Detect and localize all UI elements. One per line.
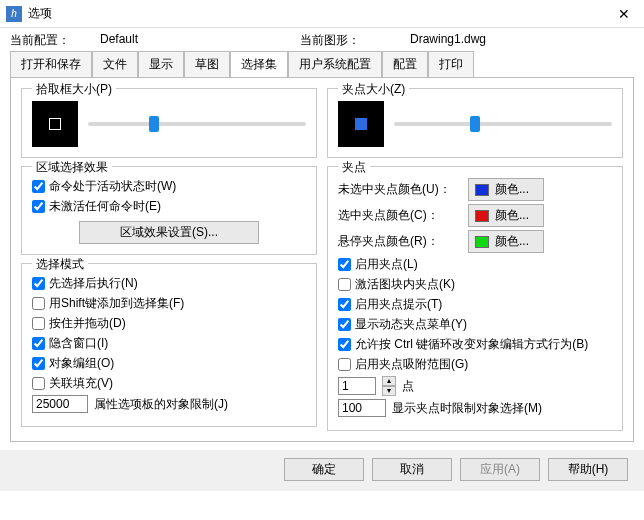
tab-6[interactable]: 配置 bbox=[382, 51, 428, 77]
grip-range-label: 点 bbox=[402, 378, 414, 395]
grip-cb-4[interactable] bbox=[338, 338, 351, 351]
grip-cb-5[interactable] bbox=[338, 358, 351, 371]
tab-0[interactable]: 打开和保存 bbox=[10, 51, 92, 77]
selection-mode-legend: 选择模式 bbox=[32, 256, 88, 273]
help-button[interactable]: 帮助(H) bbox=[548, 458, 628, 481]
current-config-value: Default bbox=[100, 32, 300, 49]
cb-no-command[interactable] bbox=[32, 200, 45, 213]
pickbox-size-legend: 拾取框大小(P) bbox=[32, 81, 116, 98]
app-icon: h bbox=[6, 6, 22, 22]
step-up-icon[interactable]: ▴ bbox=[382, 376, 396, 386]
attribute-limit-input[interactable] bbox=[32, 395, 88, 413]
grip-size-slider[interactable] bbox=[394, 114, 612, 134]
tab-5[interactable]: 用户系统配置 bbox=[288, 51, 382, 77]
ok-button[interactable]: 确定 bbox=[284, 458, 364, 481]
grip-cb-2[interactable] bbox=[338, 298, 351, 311]
grip-cb-3[interactable] bbox=[338, 318, 351, 331]
grip-cb-0[interactable] bbox=[338, 258, 351, 271]
grip-object-limit-label: 显示夹点时限制对象选择(M) bbox=[392, 400, 542, 417]
mode-cb-5[interactable] bbox=[32, 377, 45, 390]
mode-cb-4[interactable] bbox=[32, 357, 45, 370]
grip-preview bbox=[338, 101, 384, 147]
attribute-limit-label: 属性选项板的对象限制(J) bbox=[94, 396, 228, 413]
color-button-0[interactable]: 颜色... bbox=[468, 178, 544, 201]
tab-2[interactable]: 显示 bbox=[138, 51, 184, 77]
mode-cb-0[interactable] bbox=[32, 277, 45, 290]
color-button-1[interactable]: 颜色... bbox=[468, 204, 544, 227]
pickbox-size-slider[interactable] bbox=[88, 114, 306, 134]
window-title: 选项 bbox=[28, 5, 604, 22]
cancel-button[interactable]: 取消 bbox=[372, 458, 452, 481]
grip-size-legend: 夹点大小(Z) bbox=[338, 81, 409, 98]
mode-cb-1[interactable] bbox=[32, 297, 45, 310]
grip-cb-1[interactable] bbox=[338, 278, 351, 291]
mode-cb-2[interactable] bbox=[32, 317, 45, 330]
current-config-label: 当前配置： bbox=[10, 32, 100, 49]
apply-button[interactable]: 应用(A) bbox=[460, 458, 540, 481]
pickbox-preview bbox=[32, 101, 78, 147]
tab-1[interactable]: 文件 bbox=[92, 51, 138, 77]
grip-object-limit-input[interactable] bbox=[338, 399, 386, 417]
grips-legend: 夹点 bbox=[338, 159, 370, 176]
tab-7[interactable]: 打印 bbox=[428, 51, 474, 77]
tab-4[interactable]: 选择集 bbox=[230, 51, 288, 77]
region-effects-legend: 区域选择效果 bbox=[32, 159, 112, 176]
grip-range-input[interactable] bbox=[338, 377, 376, 395]
close-icon[interactable]: ✕ bbox=[604, 0, 644, 28]
step-down-icon[interactable]: ▾ bbox=[382, 386, 396, 396]
current-drawing-value: Drawing1.dwg bbox=[410, 32, 486, 49]
region-effects-settings-button[interactable]: 区域效果设置(S)... bbox=[79, 221, 259, 244]
cb-active-command[interactable] bbox=[32, 180, 45, 193]
tab-3[interactable]: 草图 bbox=[184, 51, 230, 77]
mode-cb-3[interactable] bbox=[32, 337, 45, 350]
color-button-2[interactable]: 颜色... bbox=[468, 230, 544, 253]
current-drawing-label: 当前图形： bbox=[300, 32, 410, 49]
